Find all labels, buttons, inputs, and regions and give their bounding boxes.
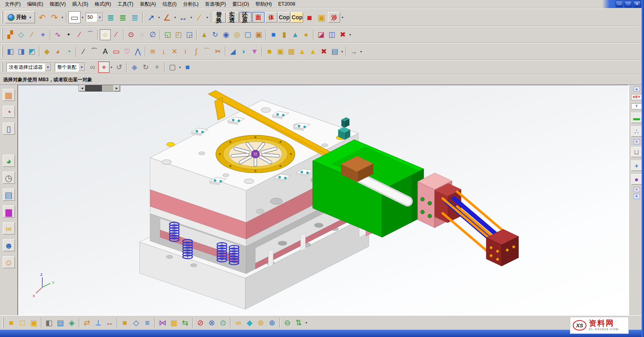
layer-settings-icon[interactable]: ≣	[105, 11, 117, 23]
analysis-chart-icon[interactable]: ◕	[3, 155, 15, 167]
snapshot-view-icon[interactable]: ◨	[16, 46, 27, 57]
chain-link-icon[interactable]: ∞	[233, 317, 244, 329]
delete-face-icon-dropdown[interactable]: ▾	[348, 30, 352, 39]
interference-button-dropdown[interactable]: ▾	[341, 12, 345, 22]
new-component-icon[interactable]: □	[17, 317, 28, 329]
move-component-icon[interactable]: ⇄	[81, 317, 93, 329]
boolean-unite-icon[interactable]: ◱	[162, 29, 173, 40]
gem-icon[interactable]: ◆	[244, 317, 255, 329]
emboss-icon[interactable]: ▼	[249, 46, 260, 57]
sample-cup-icon[interactable]: ⊔	[631, 147, 642, 157]
project-curve-icon[interactable]: ↓	[158, 46, 169, 57]
vector-orientation-icon[interactable]: ↗	[145, 11, 157, 23]
delete-object-icon[interactable]: ✖	[318, 46, 329, 57]
sphere-icon[interactable]: ●	[301, 29, 312, 40]
ruler-icon-dropdown[interactable]: ▾	[205, 12, 209, 22]
arc-tool-icon[interactable]: ⌒	[89, 46, 100, 57]
extrude-icon[interactable]: ▲	[199, 29, 210, 40]
trim-body-icon[interactable]: ◪	[316, 29, 326, 40]
add-cross-icon[interactable]: +	[631, 160, 642, 171]
menu-help[interactable]: 帮助(H)	[252, 0, 275, 8]
add-component-icon[interactable]: ■	[6, 317, 17, 329]
weight-management-icon[interactable]: ⊙	[217, 317, 229, 329]
face-analysis-icon[interactable]: ◔	[63, 46, 74, 57]
assembly-constraints-icon[interactable]: ⊥	[93, 317, 104, 329]
split-body-icon[interactable]: ◫	[326, 29, 337, 40]
interference-button[interactable]: 涉	[328, 12, 340, 23]
toolbar-grip[interactable]	[2, 318, 4, 328]
explode-view-icon[interactable]: ◇	[130, 317, 142, 329]
menu-format[interactable]: 格式(R)	[91, 0, 114, 8]
copy-cube-icon[interactable]: ▣	[275, 46, 286, 57]
boss-icon[interactable]: ◎	[231, 29, 242, 40]
snap-grid-icon[interactable]: ▞	[5, 29, 16, 40]
shaded-cube-icon[interactable]: ◆	[129, 62, 140, 73]
molecule-icon[interactable]: ∴	[631, 126, 642, 137]
clipboard-icon-dropdown[interactable]: ▾	[340, 47, 344, 56]
section-curve-icon[interactable]: ≀	[180, 46, 191, 57]
redo-button[interactable]: ↷	[48, 11, 60, 23]
attach-icon[interactable]: ⊕	[266, 317, 278, 329]
measure-angle-icon[interactable]: ∠	[161, 11, 173, 23]
rectangle-select-icon-dropdown[interactable]: ▾	[178, 62, 182, 72]
menu-view[interactable]: 视图(V)	[46, 0, 69, 8]
delete-face-icon[interactable]: ✖	[337, 29, 348, 40]
chamfer-icon[interactable]: ◢	[227, 46, 238, 57]
polyline-icon[interactable]: ⋀	[132, 46, 143, 57]
cylinder-icon[interactable]: ▮	[279, 29, 290, 40]
replace-component-icon[interactable]: ⇆	[180, 317, 191, 329]
studio-render-icon[interactable]: ◕	[52, 46, 63, 57]
sort-icon-dropdown[interactable]: ▾	[304, 318, 308, 328]
toolbar-grip[interactable]	[2, 29, 3, 40]
draft-warning-icon[interactable]: ▲	[297, 46, 308, 57]
display-mode-button[interactable]: ▭	[68, 11, 80, 23]
boolean-subtract-icon[interactable]: ◰	[173, 29, 184, 40]
suppress-component-icon[interactable]: ▤	[55, 317, 66, 329]
face-display-button[interactable]: 面	[252, 12, 264, 23]
user-group-icon[interactable]: ☻	[3, 239, 15, 251]
gauge-icon[interactable]: ◔	[3, 106, 15, 118]
menu-info[interactable]: 信息(I)	[159, 0, 180, 8]
scroll-down-icon[interactable]: ▼	[634, 194, 640, 199]
scroll-up-icon[interactable]: ▲	[634, 86, 640, 92]
restore-button[interactable]: □	[624, 1, 632, 7]
scale-ruler-icon[interactable]: ▯	[3, 123, 15, 135]
pad-icon[interactable]: ▣	[253, 29, 264, 40]
snap-point-icon[interactable]: ⌖	[98, 62, 109, 73]
mirror-assembly-icon[interactable]: ◧	[43, 317, 55, 329]
layer-combo[interactable]: ▼	[86, 13, 103, 22]
selection-scope-arrow[interactable]: ▼	[78, 63, 85, 71]
show-dof-icon[interactable]: ↔	[104, 317, 115, 329]
block-icon[interactable]: ■	[268, 29, 279, 40]
replace-reference-set-button[interactable]: 替换	[214, 12, 226, 23]
translucency-button[interactable]: 实透	[227, 12, 239, 23]
isolate-component-icon[interactable]: ⊖	[282, 317, 293, 329]
clay-blob-icon[interactable]: ●	[631, 174, 642, 185]
menu-et2008[interactable]: ET2008	[275, 0, 298, 8]
display-mode-button-dropdown[interactable]: ▾	[80, 12, 85, 22]
collapse-x-icon[interactable]: ✕	[634, 139, 640, 144]
delete-body-icon[interactable]: ■	[303, 11, 316, 23]
rectangle-tool-icon[interactable]: ▭	[111, 46, 122, 57]
material-capsule-icon[interactable]: ▬	[631, 113, 642, 123]
scroll-right-arrow[interactable]: ►	[114, 85, 120, 91]
selection-scope-combo[interactable]: 整个装配 ▼	[55, 63, 85, 72]
undo-button[interactable]: ↶	[36, 11, 48, 23]
layer-combo-arrow[interactable]: ▼	[97, 13, 103, 21]
datum-axis-icon[interactable]: ∕	[27, 29, 37, 40]
menu-window[interactable]: 窗口(O)	[229, 0, 252, 8]
scroll-track[interactable]	[85, 85, 114, 91]
graphics-viewport[interactable]: Z Y X	[18, 85, 629, 315]
circle-center-icon[interactable]: ⊙	[126, 29, 136, 40]
menu-tools[interactable]: 工具(T)	[114, 0, 136, 8]
vector-orientation-icon-dropdown[interactable]: ▾	[157, 12, 161, 22]
menu-file[interactable]: 文件(F)	[2, 0, 24, 8]
orbit-icon[interactable]: ↺	[114, 62, 125, 73]
copy-object-icon[interactable]: Cop	[291, 12, 303, 23]
bind-icon[interactable]: ⊚	[255, 317, 266, 329]
measure-distance-icon-dropdown[interactable]: ▾	[189, 12, 193, 22]
start-dropdown[interactable]: ▾	[28, 12, 32, 22]
measure-distance-icon[interactable]: ↔	[177, 11, 189, 23]
history-clock-icon[interactable]: ◷	[3, 172, 15, 184]
rotate-view-icon[interactable]: ↻	[140, 62, 151, 73]
